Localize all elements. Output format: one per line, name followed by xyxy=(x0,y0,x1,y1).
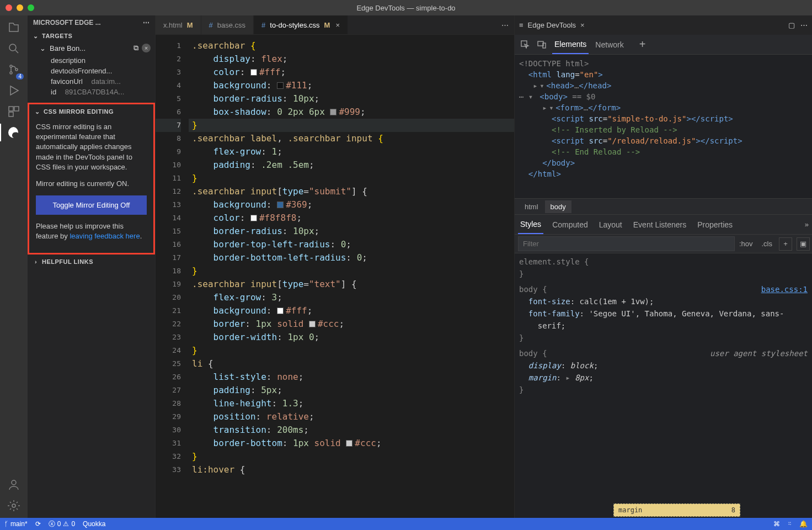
crumb-html[interactable]: html xyxy=(519,200,544,213)
search-icon[interactable] xyxy=(5,40,23,57)
code-editor[interactable]: 1234567891011121314151617181920212223242… xyxy=(156,35,514,518)
chevron-down-icon: ⌄ xyxy=(39,44,46,52)
tab-todostyles[interactable]: #to-do-styles.cssM× xyxy=(254,15,348,34)
prop-favicon[interactable]: faviconUrl data:im... xyxy=(50,76,155,87)
window-title: Edge DevTools — simple-to-do xyxy=(356,4,455,12)
copilot-icon[interactable]: ⌘ xyxy=(773,520,780,528)
listeners-tab[interactable]: Event Listeners xyxy=(631,216,689,234)
svg-point-8 xyxy=(12,504,15,507)
settings-gear-icon[interactable] xyxy=(5,497,23,515)
box-model-margin: margin 8 xyxy=(613,504,740,517)
devtools-panel: ≡ Edge DevTools × ▢ ⋯ Elements Network +… xyxy=(514,15,812,518)
window-controls[interactable] xyxy=(6,4,34,11)
svg-rect-5 xyxy=(14,107,19,111)
devtools-title: Edge DevTools xyxy=(528,21,576,29)
svg-rect-6 xyxy=(9,112,13,116)
explorer-icon[interactable] xyxy=(5,19,23,36)
prop-description[interactable]: description xyxy=(50,55,155,66)
tab-overflow-icon[interactable]: ⋯ xyxy=(496,15,514,34)
svg-point-7 xyxy=(12,480,16,485)
new-rule-icon[interactable]: + xyxy=(779,237,792,251)
section-targets[interactable]: ⌄ TARGETS xyxy=(28,30,155,42)
quokka-status[interactable]: Quokka xyxy=(83,520,105,528)
more-icon[interactable]: ⋯ xyxy=(143,19,149,26)
tab-basecss[interactable]: #base.css xyxy=(201,15,254,34)
elements-tab[interactable]: Elements xyxy=(552,35,589,54)
css-file-icon: # xyxy=(209,21,213,29)
crumb-body[interactable]: body xyxy=(545,200,571,213)
bell-icon[interactable]: 🔔 xyxy=(799,520,808,528)
inspect-icon[interactable] xyxy=(519,39,531,51)
device-icon[interactable] xyxy=(536,39,548,51)
chevron-right-icon: › xyxy=(32,258,40,266)
problems[interactable]: ⓧ 0 ⚠ 0 xyxy=(49,520,75,529)
svg-point-0 xyxy=(9,44,16,51)
sync-icon[interactable]: ⟳ xyxy=(35,520,41,528)
edge-devtools-icon[interactable] xyxy=(5,124,23,141)
prop-devtools[interactable]: devtoolsFrontend... xyxy=(50,66,155,76)
external-link-icon[interactable]: ⧉ xyxy=(133,44,138,52)
layout-tab[interactable]: Layout xyxy=(597,216,624,234)
feedback-icon[interactable]: ⍨ xyxy=(788,520,792,528)
sidebar-title: MICROSOFT EDGE ... xyxy=(33,19,101,26)
filter-bar: :hov .cls + ▣ xyxy=(515,235,812,253)
styles-rules[interactable]: element.style {} base.css:1 body { font-… xyxy=(515,253,812,518)
styles-more-icon[interactable]: » xyxy=(805,220,809,229)
hov-button[interactable]: :hov xyxy=(735,240,757,248)
maximize-window xyxy=(28,4,34,11)
editor-tabbar: x.htmlM #base.css #to-do-styles.cssM× ⋯ xyxy=(156,15,514,35)
close-tab-icon[interactable]: × xyxy=(335,21,340,29)
close-target-icon[interactable]: × xyxy=(142,44,151,52)
sidebar: MICROSOFT EDGE ... ⋯ ⌄ TARGETS ⌄ Bare Bo… xyxy=(28,15,156,518)
toggle-mirror-button[interactable]: Toggle Mirror Editing Off xyxy=(36,195,147,215)
devtools-toolbar: Elements Network + xyxy=(515,35,812,55)
extensions-icon[interactable] xyxy=(5,103,23,120)
scm-badge: 4 xyxy=(16,73,24,80)
computed-tab[interactable]: Computed xyxy=(550,216,590,234)
editor-group: x.htmlM #base.css #to-do-styles.cssM× ⋯ … xyxy=(156,15,514,518)
activitybar: 4 xyxy=(0,15,28,518)
svg-point-2 xyxy=(10,72,12,74)
source-link[interactable]: base.css:1 xyxy=(761,283,808,295)
network-tab[interactable]: Network xyxy=(593,36,626,54)
tab-xhtml[interactable]: x.htmlM xyxy=(156,15,201,34)
git-branch[interactable]: ᚶ main* xyxy=(4,520,28,528)
source-control-icon[interactable]: 4 xyxy=(5,61,23,78)
styles-tab[interactable]: Styles xyxy=(518,215,543,234)
chevron-down-icon: ⌄ xyxy=(32,32,40,40)
close-window xyxy=(6,4,12,11)
prop-id[interactable]: id 891CBA7DB14A... xyxy=(50,87,155,97)
css-mirror-section: ⌄ CSS MIRROR EDITING CSS mirror editing … xyxy=(28,103,155,255)
css-file-icon: # xyxy=(261,21,265,29)
ua-label: user agent stylesheet xyxy=(710,347,808,359)
target-item[interactable]: ⌄ Bare Bon... ⧉ × xyxy=(28,42,155,54)
add-tab-icon[interactable]: + xyxy=(639,38,646,51)
account-icon[interactable] xyxy=(5,476,23,494)
dom-tree[interactable]: <!DOCTYPE html> <html lang="en"> ▸▾<head… xyxy=(515,55,812,198)
properties-tab[interactable]: Properties xyxy=(695,216,735,234)
run-debug-icon[interactable] xyxy=(5,82,23,99)
titlebar: Edge DevTools — simple-to-do xyxy=(0,0,812,15)
section-mirror[interactable]: ⌄ CSS MIRROR EDITING xyxy=(29,105,153,118)
chevron-down-icon: ⌄ xyxy=(34,108,41,115)
collapse-icon[interactable]: ≡ xyxy=(519,21,523,29)
mirror-feedback: Please help us improve this feature by l… xyxy=(29,221,153,241)
section-links[interactable]: › HELPFUL LINKS xyxy=(28,256,155,268)
svg-rect-4 xyxy=(9,107,13,111)
breadcrumb: html body xyxy=(515,198,812,215)
svg-point-1 xyxy=(10,65,12,67)
cls-button[interactable]: .cls xyxy=(757,240,777,248)
styles-pane-icon[interactable]: ▣ xyxy=(797,237,810,251)
styles-toolbar: Styles Computed Layout Event Listeners P… xyxy=(515,215,812,235)
more-icon[interactable]: ⋯ xyxy=(800,21,808,29)
feedback-link[interactable]: leaving feedback here xyxy=(70,232,140,240)
styles-filter-input[interactable] xyxy=(518,236,735,251)
mirror-description: CSS mirror editing is an experimental fe… xyxy=(29,118,153,189)
statusbar: ᚶ main* ⟳ ⓧ 0 ⚠ 0 Quokka ⌘ ⍨ 🔔 xyxy=(0,518,812,530)
minimize-window xyxy=(17,4,23,11)
split-icon[interactable]: ▢ xyxy=(788,21,795,29)
target-tree: description devtoolsFrontend... faviconU… xyxy=(28,54,155,100)
devtools-tabbar: ≡ Edge DevTools × ▢ ⋯ xyxy=(515,15,812,35)
close-panel-icon[interactable]: × xyxy=(580,21,585,29)
svg-point-3 xyxy=(15,68,18,71)
